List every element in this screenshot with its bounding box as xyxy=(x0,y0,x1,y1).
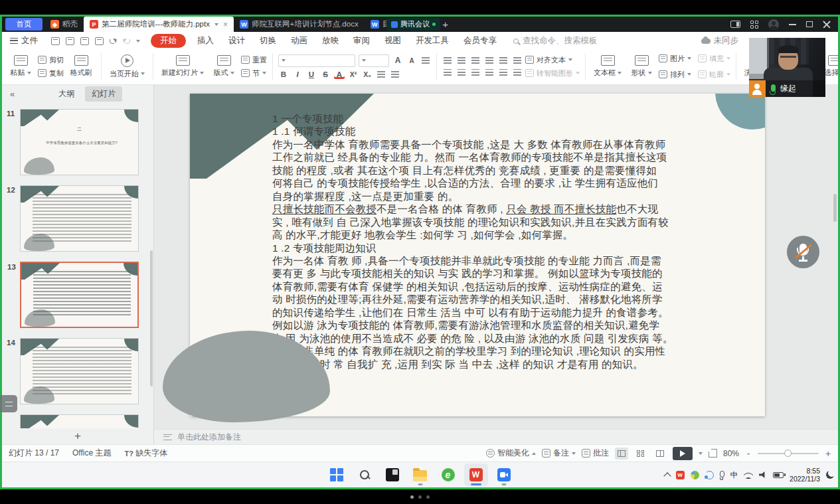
phonetic-guide-button[interactable] xyxy=(376,70,386,79)
clear-format-button[interactable] xyxy=(420,56,431,65)
increase-indent-button[interactable] xyxy=(484,56,495,65)
picture-button[interactable]: 图片 xyxy=(659,52,691,65)
reading-view-button[interactable] xyxy=(653,448,667,460)
file-explorer-button[interactable] xyxy=(408,463,432,486)
tab-slides[interactable]: 幻灯片 xyxy=(85,86,122,102)
command-search[interactable]: 查找命令、搜索模板 xyxy=(513,35,598,46)
close-button[interactable] xyxy=(823,21,831,29)
save-icon[interactable] xyxy=(51,37,60,45)
reset-button[interactable]: 重置 xyxy=(241,55,267,65)
skin-settings-icon[interactable] xyxy=(730,21,740,28)
widgets-button[interactable] xyxy=(380,463,404,486)
slide-thumbnail-12[interactable]: 12 xyxy=(20,185,139,252)
slideshow-play-button[interactable] xyxy=(673,447,693,460)
decrease-font-button[interactable]: A xyxy=(406,56,417,65)
ribbon-tab-item[interactable]: 切换 xyxy=(252,32,284,50)
numbered-list-button[interactable] xyxy=(456,56,467,65)
slide-thumbnail-14[interactable]: 14 xyxy=(20,338,139,404)
slide-thumbnail-15[interactable]: 15 xyxy=(20,414,139,428)
ribbon-tab-item[interactable]: 开发工具 xyxy=(408,32,456,50)
align-center-button[interactable] xyxy=(456,68,467,77)
file-menu[interactable]: 文件 xyxy=(2,35,44,46)
tab-close-icon[interactable]: × xyxy=(223,20,228,29)
copy-button[interactable]: 复制 xyxy=(38,68,64,78)
paste-button[interactable]: 粘贴 xyxy=(6,51,35,82)
customize-quick-access-icon[interactable] xyxy=(136,40,140,42)
zoom-level[interactable]: 80% xyxy=(723,449,739,458)
zoom-in-button[interactable]: + xyxy=(825,448,831,459)
home-tab[interactable]: 首页 xyxy=(5,18,42,31)
subscript-button[interactable]: X₂ xyxy=(362,70,373,79)
slide-text-block[interactable]: 1 一个专项技能1 .1 何谓专项技能作为一名中学体 育教师需要具备一个专项技能… xyxy=(272,112,685,371)
smart-beautify-button[interactable]: 智能美化 xyxy=(486,448,536,459)
fit-to-window-icon[interactable] xyxy=(709,449,717,458)
strikethrough-button[interactable]: S xyxy=(320,70,331,79)
document-tab[interactable]: W师院互联网+培训计划节点.docx xyxy=(234,17,365,32)
internet-explorer-button[interactable]: e xyxy=(436,463,460,486)
font-family-select[interactable] xyxy=(278,54,355,67)
tencent-meeting-badge[interactable]: 腾讯会议 xyxy=(386,18,440,31)
account-avatar[interactable] xyxy=(768,19,779,30)
zoom-slider-knob[interactable] xyxy=(784,450,792,457)
document-tab[interactable]: P第二届师院培训---教师能力.pptx× xyxy=(84,17,234,32)
collapse-panel-button[interactable]: « xyxy=(2,89,23,99)
tray-360-icon[interactable] xyxy=(691,471,699,479)
slide-layout-button[interactable]: 版式 xyxy=(209,51,238,82)
ribbon-tab-item[interactable]: 设计 xyxy=(221,32,252,50)
taskbar-clock[interactable]: 8:55 2022/11/3 xyxy=(790,467,820,483)
notes-toggle-button[interactable]: 备注 xyxy=(542,448,576,459)
decrease-indent-button[interactable] xyxy=(470,56,481,65)
ribbon-tab-active[interactable]: 开始 xyxy=(151,34,186,48)
underline-button[interactable]: U xyxy=(306,70,317,79)
tab-menu-caret[interactable] xyxy=(214,23,218,26)
tray-wps-icon[interactable]: W xyxy=(676,471,685,479)
justify-button[interactable] xyxy=(484,68,495,77)
format-painter-button[interactable]: 格式刷 xyxy=(66,51,96,82)
ribbon-tab-item[interactable]: 视图 xyxy=(377,32,408,50)
ribbon-tab-item[interactable]: 插入 xyxy=(190,32,221,50)
notes-bar[interactable]: 单击此处添加备注 xyxy=(154,429,838,444)
to-smartart-button[interactable]: 转智能图形 xyxy=(525,68,580,78)
start-button[interactable] xyxy=(325,463,349,486)
align-left-button[interactable] xyxy=(442,68,453,77)
slide-thumbnail-13[interactable]: 13 xyxy=(20,262,139,328)
bold-button[interactable]: B xyxy=(278,70,289,79)
align-right-button[interactable] xyxy=(470,68,481,77)
line-spacing-button[interactable] xyxy=(512,56,523,65)
comments-button[interactable]: 批注 xyxy=(582,448,609,459)
distribute-button[interactable] xyxy=(498,68,509,77)
theme-label[interactable]: Office 主题 xyxy=(72,448,111,459)
zoom-out-button[interactable]: - xyxy=(745,448,752,459)
ime-indicator[interactable]: 中 xyxy=(730,470,738,480)
add-slide-button[interactable]: + xyxy=(2,428,153,444)
bullet-list-button[interactable] xyxy=(442,56,453,65)
wifi-icon[interactable] xyxy=(744,471,753,479)
fill-button[interactable]: 填充 xyxy=(698,52,730,65)
missing-font-indicator[interactable]: T? 缺失字体 xyxy=(125,448,167,459)
maximize-button[interactable] xyxy=(806,21,813,27)
tencent-meeting-button[interactable] xyxy=(492,463,516,486)
tray-sync-icon[interactable] xyxy=(705,471,714,479)
workspace-grid-icon[interactable] xyxy=(750,21,758,29)
ribbon-tab-item[interactable]: 会员专享 xyxy=(456,32,504,50)
print-preview-icon[interactable] xyxy=(95,37,104,45)
new-slide-button[interactable]: 新建幻灯片 xyxy=(159,51,207,82)
night-mode-icon[interactable] xyxy=(826,471,834,479)
ribbon-tab-item[interactable]: 审阅 xyxy=(346,32,377,50)
canvas-scrollbar[interactable] xyxy=(833,194,837,222)
arrange-button[interactable]: 排列 xyxy=(659,68,691,81)
play-from-current-button[interactable]: 当页开始 xyxy=(107,51,147,82)
shapes-button[interactable]: 形状 xyxy=(627,51,656,82)
italic-button[interactable]: I xyxy=(292,70,303,79)
play-options-caret[interactable] xyxy=(699,452,703,455)
superscript-button[interactable]: X² xyxy=(348,70,359,79)
side-panel-handle[interactable] xyxy=(0,395,17,412)
tray-expand-icon[interactable] xyxy=(663,472,671,479)
undo-icon[interactable] xyxy=(110,39,117,44)
align-text-button[interactable]: 对齐文本 xyxy=(525,55,580,65)
tab-outline[interactable]: 大纲 xyxy=(52,86,81,102)
print-icon[interactable] xyxy=(80,37,89,45)
textbox-button[interactable]: 文本框 xyxy=(591,51,624,82)
ribbon-tab-item[interactable]: 放映 xyxy=(315,32,346,50)
battery-icon[interactable] xyxy=(773,472,784,478)
